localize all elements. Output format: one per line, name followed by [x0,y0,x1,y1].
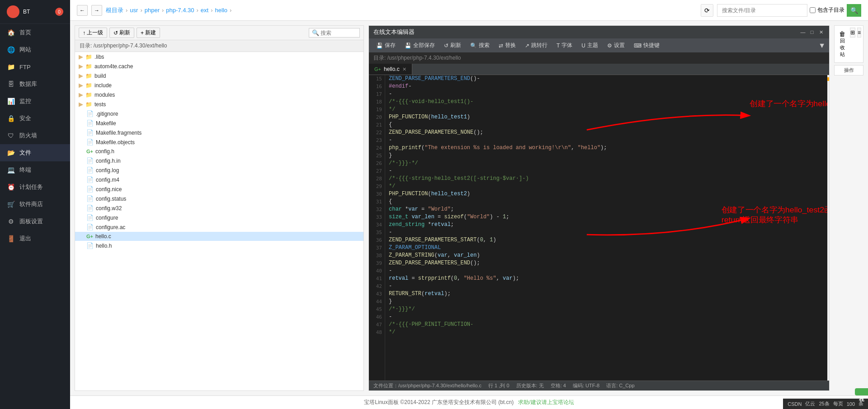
sidebar-logo: BT 0 [0,0,70,24]
folder-open-icon: 📁 [85,63,92,70]
include-subdir-checkbox[interactable] [810,7,816,13]
topbar: ← → 根目录 › usr › phper › php-7.4.30 › ext… [70,0,868,21]
search-editor-button[interactable]: 🔍 搜索 [467,40,493,51]
tab-hello-c[interactable]: G+ hello.c ✕ [369,64,412,75]
refresh-files-button[interactable]: ↺ 刷新 [109,28,134,38]
new-button[interactable]: + 新建 [137,28,160,38]
list-item[interactable]: G+ hello.c [75,232,363,241]
list-item[interactable]: 📄 .gitignore [75,109,363,118]
sidebar-item-logout[interactable]: 🚪 退出 [0,230,70,247]
folder-icon: ▶ [79,53,83,60]
search-input[interactable] [717,4,807,17]
recycle-button[interactable]: 🗑 回收站 [836,28,848,61]
top-controls: 🗑 回收站 ⊞ ≡ [834,25,863,63]
search-button[interactable]: 🔍 [847,4,861,17]
tab-file-icon: G+ [374,66,381,72]
logo-icon [7,5,19,18]
minimize-button[interactable]: — [799,28,807,36]
goto-button[interactable]: ↗ 跳转行 [521,40,551,51]
list-item[interactable]: 📄 config.status [75,194,363,203]
list-item[interactable]: 📄 config.w32 [75,203,363,213]
breadcrumb-root[interactable]: 根目录 [106,6,123,14]
editor-titlebar: 在线文本编辑器 — □ ✕ [369,26,829,38]
bottom-right-bar: CSDN 亿云 25条 每页 100 条 [783,399,868,409]
file-search-input[interactable] [321,30,357,36]
expand-icon[interactable]: ▼ [818,42,826,50]
sidebar-item-files[interactable]: 📂 文件 [0,144,70,161]
sidebar-item-ftp[interactable]: 📁 FTP [0,58,70,75]
list-item[interactable]: ▶ 📁 autom4te.cache [75,61,363,71]
database-icon: 🗄 [7,80,15,88]
sidebar-item-home[interactable]: 🏠 首页 [0,24,70,41]
sidebar-item-monitor[interactable]: 📊 监控 [0,93,70,110]
list-item[interactable]: 📄 Makefile.fragments [75,128,363,137]
code-content[interactable]: ZEND_PARSE_PARAMETERS_END()-#endif--/*·{… [385,75,829,381]
list-item[interactable]: 📄 Makefile [75,118,363,128]
refresh-editor-button[interactable]: ↺ 刷新 [440,40,465,51]
breadcrumb-hello[interactable]: hello [215,7,227,14]
maximize-button[interactable]: □ [808,28,816,36]
breadcrumb-ext[interactable]: ext [201,7,208,14]
list-item[interactable]: ▶ 📁 modules [75,90,363,99]
file-icon: 📄 [86,129,94,136]
sidebar-item-cron[interactable]: ⏰ 计划任务 [0,179,70,196]
breadcrumb-php[interactable]: php-7.4.30 [166,7,194,14]
list-item[interactable]: 📄 Makefile.objects [75,137,363,147]
refresh-button[interactable]: ⟳ [701,4,713,17]
save-icon: 💾 [376,42,383,49]
recycle-icon: 🗑 [839,30,845,38]
nav-forward-button[interactable]: → [91,5,102,16]
breadcrumb-sep-4: › [197,7,198,14]
breadcrumb-phper[interactable]: phper [145,7,160,14]
theme-button[interactable]: U 主题 [578,40,602,51]
sidebar-item-software[interactable]: 🛒 软件商店 [0,196,70,213]
list-item[interactable]: 📄 config.nice [75,184,363,194]
sidebar-item-website[interactable]: 🌐 网站 [0,41,70,58]
nav-back-button[interactable]: ← [77,5,88,16]
list-item[interactable]: 📄 config.m4 [75,175,363,184]
folder-icon: ▶ [79,101,83,108]
list-item[interactable]: 📄 hello.h [75,241,363,250]
font-button[interactable]: T 字体 [553,40,576,51]
sidebar-item-security[interactable]: 🔒 安全 [0,110,70,127]
list-item[interactable]: 📄 config.log [75,165,363,175]
sidebar-item-terminal[interactable]: 💻 终端 [0,161,70,179]
list-item[interactable]: ▶ 📁 .libs [75,52,363,61]
list-item[interactable]: 📄 configure.ac [75,222,363,232]
file-icon: 📄 [86,214,94,221]
list-view-button[interactable]: ≡ [857,28,861,38]
list-item[interactable]: ▶ 📁 build [75,71,363,80]
folder-name: autom4te.cache [94,63,133,70]
close-button[interactable]: ✕ [817,28,825,36]
sidebar-item-label: 防火墙 [19,132,37,140]
editor-window-controls: — □ ✕ [799,28,825,36]
list-item[interactable]: ▶ 📁 tests [75,99,363,109]
sidebar-item-database[interactable]: 🗄 数据库 [0,75,70,93]
up-button[interactable]: ↑ 上一级 [79,28,107,38]
sidebar-item-label: 网站 [19,46,31,54]
editor-body[interactable]: 1516171819202122232425262728293031323334… [369,75,829,381]
file-toolbar: ↑ 上一级 ↺ 刷新 + 新建 🔍 [75,26,363,40]
shortcuts-button[interactable]: ⌨ 快捷键 [630,40,663,51]
file-name: Makefile.fragments [96,130,142,136]
settings-button[interactable]: ⚙ 设置 [604,40,628,51]
save-button[interactable]: 💾 保存 [373,40,399,51]
up-icon: ↑ [83,30,85,36]
folder-open-icon: 📁 [85,73,92,79]
file-name: configure [96,215,118,221]
sidebar-item-firewall[interactable]: 🛡 防火墙 [0,127,70,144]
online-badge[interactable]: 在线 [855,388,868,395]
forum-link[interactable]: 求助/建议请上宝塔论坛 [518,399,574,405]
replace-button[interactable]: ⇄ 替换 [495,40,519,51]
grid-view-button[interactable]: ⊞ [850,28,855,38]
save-all-button[interactable]: 💾 全部保存 [401,40,439,51]
list-item[interactable]: 📄 config.h.in [75,156,363,165]
sidebar-item-panel[interactable]: ⚙ 面板设置 [0,213,70,230]
cron-icon: ⏰ [7,183,15,191]
list-item[interactable]: 📄 configure [75,213,363,222]
tab-close-button[interactable]: ✕ [402,66,406,72]
sidebar-item-label: 数据库 [19,80,37,88]
breadcrumb-usr[interactable]: usr [130,7,138,14]
list-item[interactable]: ▶ 📁 include [75,80,363,90]
list-item[interactable]: G+ config.h [75,147,363,156]
